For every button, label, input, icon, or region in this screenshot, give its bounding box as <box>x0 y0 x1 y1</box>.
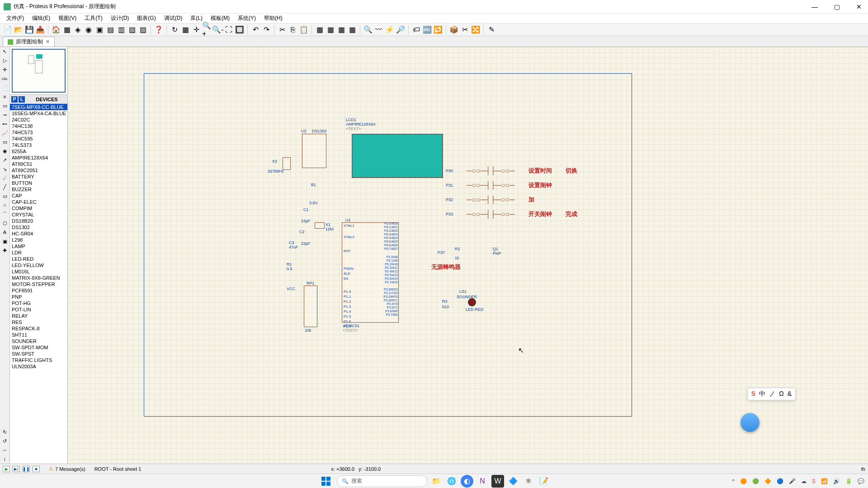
gerber-button[interactable]: ▣ <box>94 25 104 35</box>
menu-debug[interactable]: 调试(D) <box>160 14 186 23</box>
device-item[interactable]: DS18B20 <box>10 218 67 224</box>
menu-file[interactable]: 文件(F) <box>3 14 28 23</box>
ime-symbol[interactable]: Ω <box>779 390 783 398</box>
u2-body[interactable] <box>302 134 326 168</box>
redo-button[interactable]: ↷ <box>261 25 271 35</box>
device-item[interactable]: POT-LIN <box>10 306 67 313</box>
device-item[interactable]: HC-SR04 <box>10 230 67 237</box>
device-item[interactable]: SW-SPST <box>10 351 67 357</box>
arc-mode[interactable]: ⌒ <box>0 210 9 219</box>
device-item[interactable]: AT89C51 <box>10 161 67 167</box>
circle-mode[interactable]: ○ <box>0 201 9 210</box>
wirelabel-mode[interactable]: LBL <box>0 74 9 83</box>
zoomarea-button[interactable]: 🔲 <box>235 25 245 35</box>
stop-button[interactable]: ■ <box>33 466 40 472</box>
symbol-mode[interactable]: ▣ <box>0 237 9 246</box>
probe-v-mode[interactable]: ↗ <box>0 155 9 164</box>
decompose-button[interactable]: ✂ <box>460 25 470 35</box>
r2-ref[interactable]: R2 <box>455 247 460 251</box>
ls1-ref[interactable]: LS1 <box>459 289 467 294</box>
probe-i-mode[interactable]: ↘ <box>0 164 9 174</box>
c3-ref[interactable]: C3 <box>289 240 294 245</box>
open-button[interactable]: 📂 <box>14 25 24 35</box>
minimize-button[interactable]: — <box>809 3 821 10</box>
component-mode[interactable]: ▷ <box>0 56 9 65</box>
device-item[interactable]: PNP <box>10 294 67 300</box>
schematic-button[interactable]: ▦ <box>62 25 72 35</box>
tray-mic-icon[interactable]: 🎤 <box>789 478 796 484</box>
tab-schematic[interactable]: 原理图绘制 ✕ <box>3 37 55 47</box>
u2-ref[interactable]: U2 <box>301 129 307 133</box>
device-item[interactable]: BUTTON <box>10 180 67 186</box>
flip-v[interactable]: ↕ <box>0 455 9 464</box>
device-item[interactable]: 8255A <box>10 148 67 155</box>
wire-button[interactable]: 〰 <box>374 25 384 35</box>
device-item[interactable]: 74HC573 <box>10 129 67 136</box>
pick-parts-button[interactable]: P <box>11 96 18 103</box>
code-button[interactable]: ▥ <box>116 25 126 35</box>
device-item[interactable]: 74HC595 <box>10 136 67 142</box>
taskbar-explorer[interactable]: 📁 <box>430 475 443 488</box>
tray-icon[interactable]: 🟢 <box>752 478 759 484</box>
block-delete-button[interactable]: ▦ <box>347 25 357 35</box>
device-item[interactable]: LAMP <box>10 243 67 249</box>
selection-mode[interactable]: ↖ <box>0 47 9 56</box>
taskbar-onenote[interactable]: N <box>476 475 489 488</box>
taskbar-app1[interactable]: ◐ <box>461 475 473 488</box>
play-button[interactable]: ▶ <box>3 466 10 472</box>
marker-mode[interactable]: ✚ <box>0 246 9 255</box>
device-item[interactable]: BUZZER <box>10 186 67 192</box>
junction-mode[interactable]: ✛ <box>0 65 9 74</box>
menu-system[interactable]: 系统(Y) <box>234 14 259 23</box>
device-item[interactable]: LED-RED <box>10 256 67 262</box>
bus-mode[interactable]: ≡ <box>0 92 9 101</box>
libraries-button[interactable]: L <box>19 96 25 103</box>
menu-view[interactable]: 视图(V) <box>55 14 80 23</box>
home-button[interactable]: 🏠 <box>51 25 61 35</box>
taskbar-app2[interactable]: 🔷 <box>507 475 519 488</box>
search-button[interactable]: 🔎 <box>396 25 406 35</box>
device-item[interactable]: SOUNDER <box>10 338 67 344</box>
device-item[interactable]: ULN2003A <box>10 363 67 370</box>
new-button[interactable]: 📄 <box>3 25 13 35</box>
device-item[interactable]: CAP-ELEC <box>10 199 67 205</box>
step-button[interactable]: ▶| <box>13 466 20 472</box>
device-item[interactable]: CAP <box>10 192 67 199</box>
device-item[interactable]: L298 <box>10 237 67 243</box>
x2-ref[interactable]: X2 <box>272 159 277 164</box>
device-item[interactable]: 24C02C <box>10 117 67 123</box>
edit-button[interactable]: ✎ <box>486 25 496 35</box>
block-copy-button[interactable]: ▦ <box>315 25 325 35</box>
q1-ref[interactable]: Q1 <box>493 247 498 251</box>
device-item[interactable]: LM016L <box>10 268 67 275</box>
r3-ref[interactable]: R3 <box>442 299 448 304</box>
pick-button[interactable]: 🔍 <box>363 25 373 35</box>
tray-expand-icon[interactable]: ^ <box>732 478 735 484</box>
ime-toolbar[interactable]: S 中 ノ Ω & <box>747 388 796 400</box>
device-item[interactable]: POT-HG <box>10 300 67 306</box>
device-list[interactable]: 7SEG-MPX8-CC-BLUE16SEG-MPX4-CA-BLUE24C02… <box>10 104 67 464</box>
close-button[interactable]: ✕ <box>854 3 864 10</box>
subcircuit-mode[interactable]: ▭ <box>0 101 9 110</box>
device-item[interactable]: CRYSTAL <box>10 211 67 218</box>
db-button[interactable]: ▨ <box>138 25 148 35</box>
property-button[interactable]: 🏷 <box>411 25 421 35</box>
menu-help[interactable]: 帮助(H) <box>260 14 286 23</box>
device-item[interactable]: SHT11 <box>10 332 67 338</box>
device-item[interactable]: BATTERY <box>10 174 67 180</box>
device-item[interactable]: 74LS373 <box>10 142 67 148</box>
rotate-ccw[interactable]: ↺ <box>0 436 9 446</box>
x1-ref[interactable]: X1 <box>326 222 330 227</box>
device-item[interactable]: 74HC138 <box>10 123 67 129</box>
graph-mode[interactable]: 📈 <box>0 128 9 137</box>
flip-h[interactable]: ↔ <box>0 446 9 455</box>
device-item[interactable]: SW-SPDT-MOM <box>10 344 67 351</box>
r1-ref[interactable]: R1 <box>287 262 292 267</box>
tray-battery-icon[interactable]: 🔋 <box>845 478 852 484</box>
tray-wifi-icon[interactable]: 📶 <box>821 478 828 484</box>
pcb-button[interactable]: ◈ <box>73 25 83 35</box>
c1-ref[interactable]: C1 <box>303 207 309 212</box>
x2-body[interactable] <box>283 157 291 170</box>
device-item[interactable]: LED-YELLOW <box>10 262 67 268</box>
text-mode[interactable]: 📄 <box>0 83 9 92</box>
